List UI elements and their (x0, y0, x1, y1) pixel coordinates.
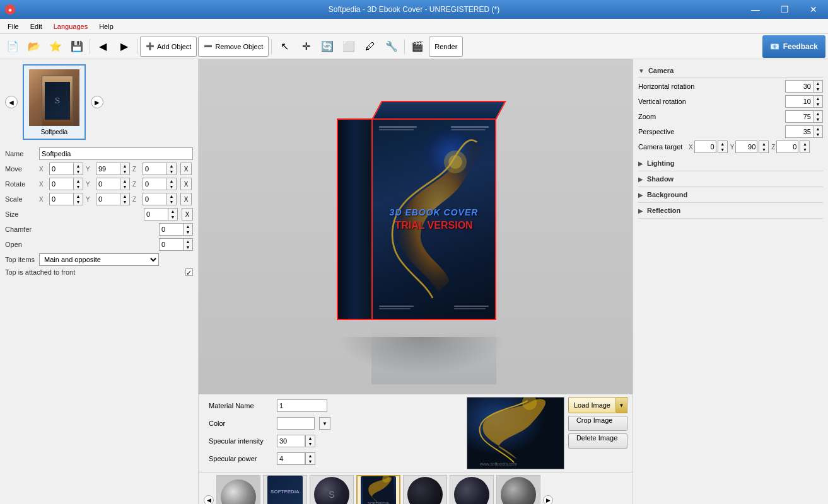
scale-x-down[interactable]: ▼ (74, 199, 83, 205)
target-x-input[interactable] (694, 140, 716, 153)
size-down[interactable]: ▼ (168, 214, 177, 220)
move-x-down[interactable]: ▼ (74, 169, 83, 175)
move-y-down[interactable]: ▼ (120, 169, 129, 175)
reflection-section-header[interactable]: ▶ Reflection (638, 203, 823, 219)
spec-pow-down[interactable]: ▼ (306, 459, 315, 464)
move-reset-button[interactable]: X (180, 163, 192, 175)
spec-pow-up[interactable]: ▲ (306, 453, 315, 459)
rotate-y-input[interactable] (96, 178, 120, 190)
scale-y-down[interactable]: ▼ (120, 199, 129, 205)
scale-x-up[interactable]: ▲ (74, 193, 83, 199)
target-z-down[interactable]: ▼ (800, 147, 809, 152)
crop-image-button[interactable]: Crop Image (568, 416, 627, 431)
menu-help[interactable]: Help (94, 21, 119, 32)
perspective-input[interactable] (785, 125, 813, 138)
specular-power-input[interactable] (277, 452, 305, 465)
eyedropper-tool[interactable]: 🔧 (382, 37, 402, 57)
move-z-down[interactable]: ▼ (167, 169, 176, 175)
restore-button[interactable]: ❐ (770, 0, 799, 19)
scale-tool[interactable]: ⬜ (339, 37, 359, 57)
rotate-x-input[interactable] (49, 178, 73, 190)
scale-x-input[interactable] (49, 193, 73, 205)
perspective-down[interactable]: ▼ (813, 132, 822, 137)
select-tool[interactable]: ↖ (274, 37, 294, 57)
rotate-y-down[interactable]: ▼ (120, 184, 129, 190)
move-x-up[interactable]: ▲ (74, 163, 83, 169)
move-tool[interactable]: ✛ (296, 37, 316, 57)
move-y-input[interactable] (96, 163, 120, 175)
menu-file[interactable]: File (3, 21, 24, 32)
rotate-z-up[interactable]: ▲ (167, 178, 176, 184)
scale-y-up[interactable]: ▲ (120, 193, 129, 199)
open-button[interactable]: 📂 (24, 37, 44, 57)
background-section-header[interactable]: ▶ Background (638, 187, 823, 203)
next-object-button[interactable]: ▶ (91, 96, 103, 108)
move-z-up[interactable]: ▲ (167, 163, 176, 169)
chamfer-down[interactable]: ▼ (184, 229, 192, 235)
save-button[interactable]: 💾 (67, 37, 87, 57)
thumbnail-1[interactable]: SOFTPEDIA 1 Softpedia 3D_DIFFUSE.png (356, 475, 400, 504)
remove-object-button[interactable]: ➖ Remove Object (198, 37, 269, 57)
rotate-y-up[interactable]: ▲ (120, 178, 129, 184)
forward-button[interactable]: ▶ (114, 37, 134, 57)
thumbnail-7[interactable]: 7 (216, 475, 260, 504)
minimize-button[interactable]: — (741, 0, 770, 19)
target-y-up[interactable]: ▲ (759, 141, 768, 147)
scale-z-up[interactable]: ▲ (167, 193, 176, 199)
back-button[interactable]: ◀ (93, 37, 113, 57)
move-x-input[interactable] (49, 163, 73, 175)
size-reset-button[interactable]: X (182, 208, 193, 220)
load-image-dropdown[interactable]: ▼ (616, 397, 627, 413)
move-z-input[interactable] (143, 163, 166, 175)
target-y-input[interactable] (735, 140, 757, 153)
rotate-tool[interactable]: 🔄 (317, 37, 337, 57)
add-object-button[interactable]: ➕ Add Object (140, 37, 197, 57)
thumbnail-6[interactable]: 6 bottom.png (403, 475, 447, 504)
open-input[interactable] (159, 238, 183, 251)
rotate-z-input[interactable] (143, 178, 166, 190)
vertical-rotation-down[interactable]: ▼ (813, 101, 822, 107)
feedback-button[interactable]: 📧 Feedback (762, 35, 825, 58)
mat-name-input[interactable] (277, 399, 327, 412)
thumbnail-3[interactable]: 3 Left.png (496, 475, 540, 504)
save-starred-button[interactable]: ⭐ (45, 37, 66, 57)
chamfer-input[interactable] (159, 223, 183, 236)
horizontal-rotation-down[interactable]: ▼ (813, 86, 822, 92)
menu-languages[interactable]: Languages (49, 21, 93, 32)
delete-image-button[interactable]: Delete Image (568, 433, 627, 449)
vertical-rotation-input[interactable] (785, 95, 813, 108)
open-down[interactable]: ▼ (184, 244, 192, 250)
target-z-up[interactable]: ▲ (800, 141, 809, 147)
rotate-x-up[interactable]: ▲ (74, 178, 83, 184)
paint-tool[interactable]: 🖊 (360, 37, 380, 57)
scale-z-down[interactable]: ▼ (167, 199, 176, 205)
horizontal-rotation-input[interactable] (785, 80, 813, 93)
horizontal-rotation-up[interactable]: ▲ (813, 81, 822, 86)
zoom-input[interactable] (785, 110, 813, 123)
zoom-down[interactable]: ▼ (813, 117, 822, 122)
rotate-reset-button[interactable]: X (180, 178, 192, 190)
size-input[interactable] (144, 208, 168, 220)
thumbs-prev-button[interactable]: ◀ (204, 495, 214, 504)
color-dropdown-button[interactable]: ▼ (319, 417, 330, 430)
scale-y-input[interactable] (96, 193, 120, 205)
thumbs-next-button[interactable]: ▶ (543, 495, 553, 504)
specular-intensity-input[interactable] (277, 435, 305, 447)
top-items-select[interactable]: Main and opposite Main only Opposite onl… (39, 253, 159, 266)
spec-int-down[interactable]: ▼ (306, 441, 315, 447)
render-icon[interactable]: 🎬 (407, 37, 428, 57)
object-thumbnail[interactable]: S Softpedia (23, 64, 86, 140)
thumbnail-4[interactable]: 4 Right.png (450, 475, 494, 504)
open-up[interactable]: ▲ (184, 239, 192, 244)
shadow-section-header[interactable]: ▶ Shadow (638, 171, 823, 187)
target-x-down[interactable]: ▼ (718, 147, 727, 152)
prev-object-button[interactable]: ◀ (5, 96, 18, 108)
target-z-input[interactable] (776, 140, 798, 153)
rotate-x-down[interactable]: ▼ (74, 184, 83, 190)
size-up[interactable]: ▲ (168, 209, 177, 214)
scale-z-input[interactable] (143, 193, 166, 205)
name-input[interactable] (39, 147, 193, 160)
zoom-up[interactable]: ▲ (813, 111, 822, 117)
viewport[interactable]: 3D EBOOK COVER TRIAL VERSION (199, 59, 633, 394)
close-button[interactable]: ✕ (799, 0, 828, 19)
